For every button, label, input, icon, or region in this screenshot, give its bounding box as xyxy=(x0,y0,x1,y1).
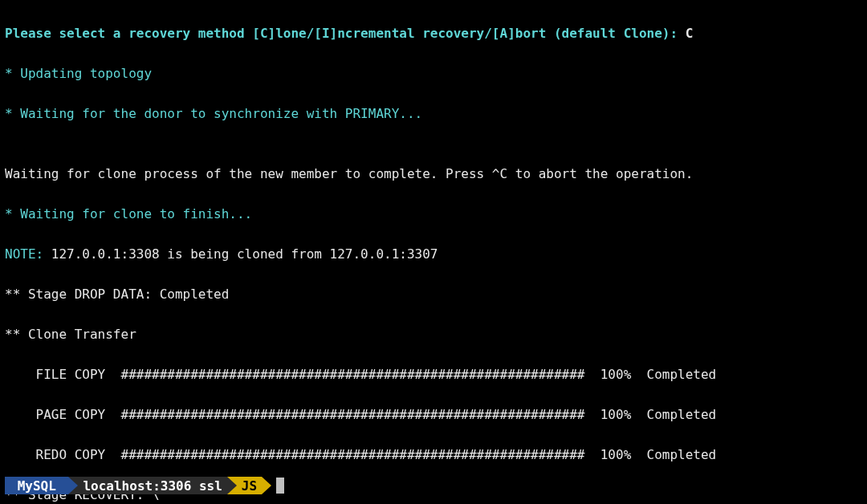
terminal-output: Please select a recovery method [C]lone/… xyxy=(0,0,867,504)
progress-line: REDO COPY ##############################… xyxy=(5,445,862,465)
log-line: ** Stage DROP DATA: Completed xyxy=(5,284,862,304)
status-mode-segment: JS xyxy=(237,477,262,494)
cursor-icon[interactable] xyxy=(276,478,284,494)
note-label: NOTE: xyxy=(5,246,51,262)
log-line: * Waiting for clone to finish... xyxy=(5,204,862,224)
log-line: NOTE: 127.0.0.1:3308 is being cloned fro… xyxy=(5,244,862,264)
log-line: * Waiting for the donor to synchronize w… xyxy=(5,104,862,124)
shell-status-bar: MySQL localhost:3306 ssl JS xyxy=(5,477,284,494)
status-mode-text: JS xyxy=(242,476,257,496)
note-text: 127.0.0.1:3308 is being cloned from 127.… xyxy=(51,246,438,262)
log-line: * Updating topology xyxy=(5,63,862,83)
status-mysql-segment: MySQL xyxy=(5,477,68,494)
chevron-right-icon xyxy=(68,477,78,494)
prompt-answer: C xyxy=(686,26,694,41)
prompt-line[interactable]: Please select a recovery method [C]lone/… xyxy=(5,23,862,43)
prompt-question: Please select a recovery method [C]lone/… xyxy=(5,26,686,41)
log-line: Waiting for clone process of the new mem… xyxy=(5,164,862,184)
chevron-right-icon xyxy=(262,477,271,494)
log-line: ** Clone Transfer xyxy=(5,324,862,344)
status-host-text: localhost:3306 ssl xyxy=(83,476,222,496)
progress-line: PAGE COPY ##############################… xyxy=(5,404,862,425)
status-mysql-text: MySQL xyxy=(18,476,56,496)
progress-line: FILE COPY ##############################… xyxy=(5,364,862,384)
status-host-segment: localhost:3306 ssl xyxy=(78,477,226,494)
chevron-right-icon xyxy=(227,477,237,494)
